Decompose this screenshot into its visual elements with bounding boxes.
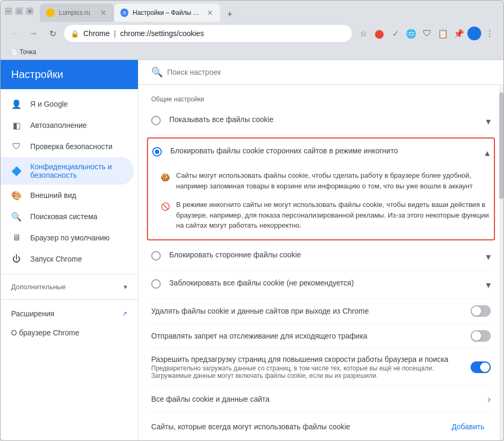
option-block-third-title: Блокировать сторонние файлы cookie (169, 250, 477, 261)
option-show-all-content: Показывать все файлы cookie (169, 115, 477, 125)
sidebar-item-search-engine[interactable]: 🔍 Поисковая система (1, 206, 134, 227)
sidebar-item-autofill[interactable]: ◧ Автозаполнение (1, 115, 134, 136)
url-bar[interactable]: 🔒 Chrome | chrome://settings/cookies (64, 25, 352, 42)
url-chrome-label: Chrome (83, 29, 110, 38)
tab-lumpics[interactable]: Lumpics.ru ✕ (40, 4, 114, 22)
toggle-delete-switch[interactable] (471, 305, 491, 317)
sub-item-cookie-benefit: 🍪 Сайты могут использовать файлы cookie,… (152, 166, 490, 195)
toggle-preload-label-container: Разрешить предзагрузку страниц для повыш… (151, 355, 462, 379)
sub-item-benefit-text: Сайты могут использовать файлы cookie, ч… (176, 170, 490, 191)
nav-all-cookies[interactable]: Все файлы cookie и данные сайта › (151, 386, 491, 413)
avatar-icon[interactable]: 👤 (467, 27, 481, 40)
check-icon[interactable]: ✓ (388, 26, 403, 41)
option-block-incognito-wrapper: Блокировать файлы cookie сторонних сайто… (147, 137, 495, 240)
radio-show-all-btn[interactable] (151, 116, 161, 125)
back-button[interactable]: ← (7, 26, 22, 41)
scrollbar-track (499, 85, 503, 440)
radio-block-incognito[interactable] (152, 146, 162, 157)
option-block-all: Заблокировать все файлы cookie (не реком… (151, 271, 491, 299)
new-tab-button[interactable]: + (222, 7, 237, 22)
title-bar: ─ □ ✕ Lumpics.ru ✕ ⚙ Настройки – Файлы c… (1, 1, 503, 22)
toggle-dnt-label: Отправлять запрет на отслеживание для ис… (151, 332, 462, 340)
sidebar-item-label-appearance: Внешний вид (30, 191, 76, 200)
option-block-incognito-chevron[interactable]: ▴ (485, 146, 490, 159)
sidebar-item-appearance[interactable]: 🎨 Внешний вид (1, 185, 134, 206)
sidebar-extensions[interactable]: Расширения ↗ (1, 304, 138, 323)
browser-frame: ─ □ ✕ Lumpics.ru ✕ ⚙ Настройки – Файлы c… (0, 0, 504, 441)
settings-content: Общие настройки Показывать все файлы coo… (138, 85, 503, 440)
search-input[interactable] (167, 68, 491, 76)
option-show-all-chevron[interactable]: ▾ (486, 115, 491, 127)
opera-icon[interactable]: ⬤ (372, 26, 387, 41)
clipboard-icon[interactable]: 📋 (436, 26, 450, 41)
sidebar-item-label-autofill: Автозаполнение (30, 121, 87, 129)
toggle-preload-switch[interactable] (471, 361, 491, 373)
radio-block-all-btn[interactable] (151, 279, 161, 289)
tab-settings[interactable]: ⚙ Настройки – Файлы cookie и де... ✕ (114, 4, 220, 22)
sidebar-item-label-privacy: Конфиденциальность и безопасность (30, 162, 123, 179)
scrollbar-thumb[interactable] (499, 92, 503, 199)
option-block-all-chevron[interactable]: ▾ (486, 278, 491, 291)
toggle-preload-label: Разрешить предзагрузку страниц для повыш… (151, 355, 462, 364)
content-area: 🔍 Общие настройки Показывать все файлы c… (138, 60, 503, 440)
address-bar: ← → ↻ 🔒 Chrome | chrome://settings/cooki… (1, 22, 503, 45)
all-cookies-label: Все файлы cookie и данные сайта (151, 395, 479, 403)
pin-icon[interactable]: 📌 (451, 26, 466, 41)
tab-title-lumpics: Lumpics.ru (59, 9, 90, 16)
sidebar-additional-section[interactable]: Дополнительные ▾ (1, 279, 138, 295)
sidebar-item-label-startup: Запуск Chrome (30, 255, 82, 263)
radio-block-third-btn[interactable] (151, 251, 161, 261)
default-browser-icon: 🖥 (11, 232, 22, 243)
maximize-button[interactable]: □ (15, 7, 23, 15)
bookmark-star-icon[interactable]: ☆ (356, 26, 371, 41)
sidebar-item-me-google[interactable]: 👤 Я и Google (1, 93, 134, 115)
sidebar-additional-label: Дополнительные (11, 283, 66, 291)
sidebar-extensions-label: Расширения (11, 309, 54, 318)
sidebar: Настройки 👤 Я и Google ◧ Автозаполнение … (1, 60, 138, 440)
option-block-third-chevron[interactable]: ▾ (486, 250, 491, 263)
sidebar-item-label-me-google: Я и Google (30, 100, 68, 108)
close-button[interactable]: ✕ (26, 7, 33, 15)
toggle-delete-on-exit: Удалять файлы cookie и данные сайтов при… (151, 299, 491, 324)
sidebar-item-privacy[interactable]: 🔷 Конфиденциальность и безопасность (1, 157, 134, 185)
sidebar-item-security-check[interactable]: 🛡 Проверка безопасности (1, 136, 134, 157)
settings-search-bar: 🔍 (138, 60, 503, 85)
sidebar-nav: 👤 Я и Google ◧ Автозаполнение 🛡 Проверка… (1, 89, 138, 347)
minimize-button[interactable]: ─ (5, 7, 12, 15)
sidebar-about-label: О браузере Chrome (11, 328, 80, 337)
radio-block-all[interactable] (151, 278, 161, 289)
forward-button[interactable]: → (26, 26, 41, 41)
shield-icon[interactable]: 🛡 (420, 26, 435, 41)
external-link-icon: ↗ (122, 310, 127, 317)
security-check-icon: 🛡 (11, 141, 22, 152)
sidebar-about[interactable]: О браузере Chrome (1, 323, 138, 342)
radio-block-third[interactable] (151, 250, 161, 261)
tab-close-lumpics[interactable]: ✕ (99, 8, 108, 17)
globe-icon[interactable]: 🌐 (404, 26, 419, 41)
sidebar-item-startup[interactable]: ⏻ Запуск Chrome (1, 248, 134, 270)
menu-icon[interactable]: ⋮ (482, 26, 497, 41)
toggle-delete-label: Удалять файлы cookie и данные сайтов при… (151, 307, 462, 315)
sub-item-incognito-info: 🚫 В режиме инкогнито сайты не могут испо… (152, 195, 490, 235)
sidebar-item-default-browser[interactable]: 🖥 Браузер по умолчанию (1, 227, 134, 248)
sidebar-item-label-search: Поисковая система (30, 212, 98, 221)
url-separator: | (114, 29, 116, 38)
option-block-incognito-title: Блокировать файлы cookie сторонних сайто… (170, 146, 476, 157)
general-section-title: Общие настройки (151, 96, 491, 103)
toggle-dnt-label-container: Отправлять запрет на отслеживание для ис… (151, 332, 462, 340)
radio-show-all[interactable] (151, 115, 161, 125)
always-allow-label: Сайты, которые всегда могут использовать… (151, 422, 445, 431)
add-button[interactable]: Добавить (445, 419, 491, 434)
option-block-incognito: Блокировать файлы cookie сторонних сайто… (152, 139, 490, 166)
url-path: chrome://settings/cookies (120, 29, 345, 38)
option-block-incognito-content: Блокировать файлы cookie сторонних сайто… (170, 146, 476, 157)
appearance-icon: 🎨 (11, 190, 22, 201)
radio-block-incognito-btn[interactable] (152, 147, 162, 157)
tab-close-settings[interactable]: ✕ (206, 8, 214, 17)
bookmark-tochka[interactable]: 📄 Точка (7, 47, 40, 57)
tab-bar: Lumpics.ru ✕ ⚙ Настройки – Файлы cookie … (40, 1, 499, 22)
toggle-preload: Разрешить предзагрузку страниц для повыш… (151, 349, 491, 386)
toggle-dnt-switch[interactable] (471, 330, 491, 342)
reload-button[interactable]: ↻ (45, 26, 60, 41)
option-block-all-content: Заблокировать все файлы cookie (не реком… (169, 278, 477, 289)
